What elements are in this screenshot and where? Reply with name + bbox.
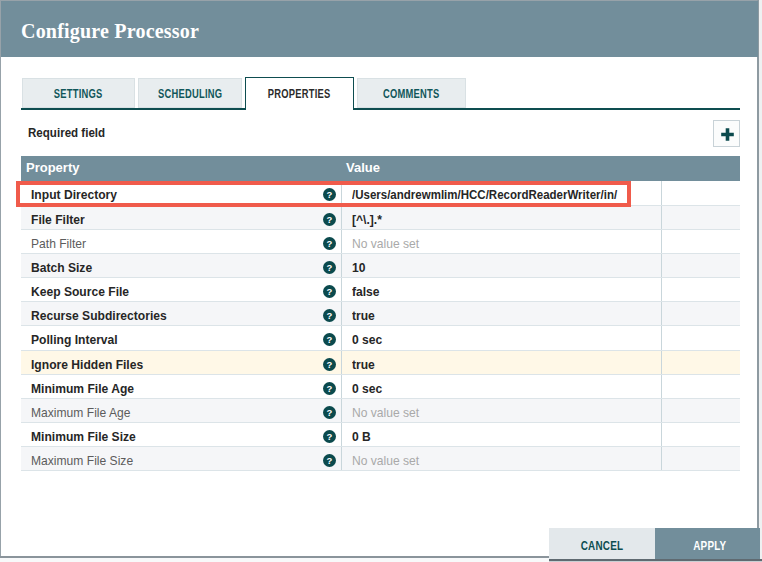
svg-text:?: ? bbox=[327, 407, 333, 418]
svg-text:?: ? bbox=[327, 286, 333, 297]
svg-text:?: ? bbox=[327, 214, 333, 225]
svg-text:?: ? bbox=[327, 383, 333, 394]
svg-text:?: ? bbox=[327, 262, 333, 273]
svg-text:?: ? bbox=[327, 455, 333, 466]
svg-text:?: ? bbox=[327, 310, 333, 321]
svg-text:?: ? bbox=[327, 334, 333, 345]
svg-text:?: ? bbox=[327, 238, 333, 249]
svg-text:?: ? bbox=[327, 359, 333, 370]
svg-text:?: ? bbox=[327, 431, 333, 442]
